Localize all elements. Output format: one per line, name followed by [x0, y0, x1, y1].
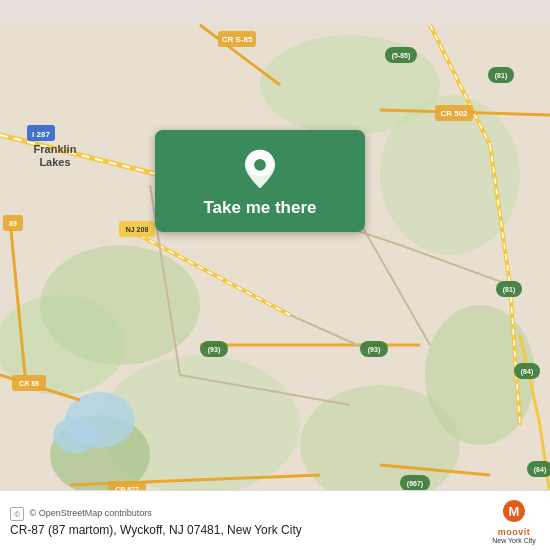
osm-credit-text: © OpenStreetMap contributors	[30, 508, 152, 518]
location-pin-icon	[239, 148, 281, 190]
svg-text:CR S-85: CR S-85	[222, 35, 253, 44]
osm-logo: ©	[10, 507, 24, 521]
info-left: © © OpenStreetMap contributors CR-87 (87…	[10, 507, 478, 537]
svg-text:I 287: I 287	[32, 130, 50, 139]
moovit-city-text: New York City	[492, 537, 536, 544]
svg-text:(81): (81)	[503, 286, 515, 294]
map-container: CR S-85 I 287 (5-85) CR 502 (81) 89 NJ 2…	[0, 0, 550, 550]
svg-text:M: M	[509, 504, 520, 519]
location-text: CR-87 (87 martom), Wyckoff, NJ 07481, Ne…	[10, 523, 478, 537]
svg-text:Lakes: Lakes	[39, 156, 70, 168]
svg-text:(93): (93)	[368, 346, 380, 354]
svg-text:(81): (81)	[495, 72, 507, 80]
svg-text:(5-85): (5-85)	[392, 52, 411, 60]
svg-text:89: 89	[9, 220, 17, 227]
svg-point-70	[254, 159, 266, 171]
svg-text:(667): (667)	[407, 480, 423, 488]
svg-text:NJ 208: NJ 208	[126, 226, 149, 233]
svg-text:CR 502: CR 502	[440, 109, 468, 118]
svg-text:(93): (93)	[208, 346, 220, 354]
info-bar: © © OpenStreetMap contributors CR-87 (87…	[0, 490, 550, 550]
moovit-logo-container: M moovit New York City	[488, 499, 540, 544]
svg-text:(84): (84)	[534, 466, 546, 474]
svg-point-7	[300, 385, 460, 505]
take-me-there-button[interactable]: Take me there	[155, 130, 365, 232]
moovit-brand-text: moovit	[498, 527, 531, 537]
svg-point-10	[53, 417, 97, 453]
moovit-logo: M	[488, 499, 540, 527]
svg-text:Franklin: Franklin	[34, 143, 77, 155]
take-me-there-label: Take me there	[203, 198, 316, 218]
map-background: CR S-85 I 287 (5-85) CR 502 (81) 89 NJ 2…	[0, 0, 550, 550]
osm-attribution: © © OpenStreetMap contributors	[10, 507, 478, 521]
svg-text:CR 89: CR 89	[19, 380, 39, 387]
svg-text:(84): (84)	[521, 368, 533, 376]
